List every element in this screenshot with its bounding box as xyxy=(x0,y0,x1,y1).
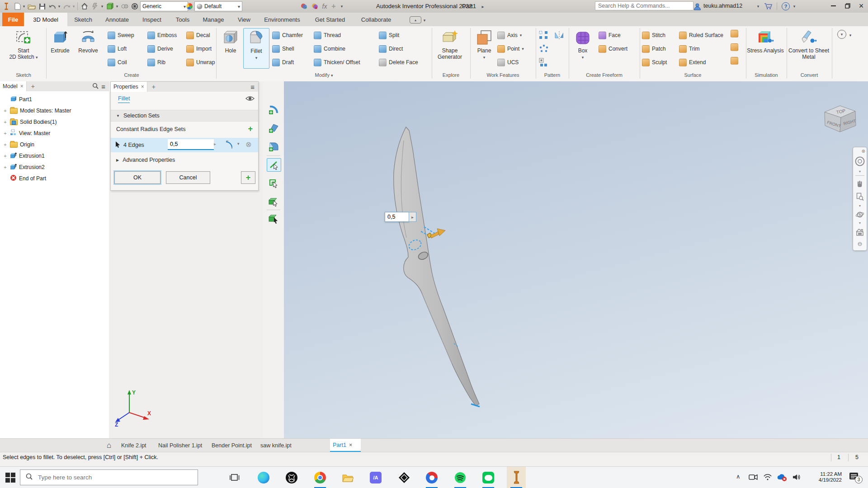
spotify-icon[interactable] xyxy=(454,472,466,483)
panel-label-convert[interactable]: Convert xyxy=(787,72,832,78)
convert-sheet-metal-button[interactable]: Convert to Sheet Metal xyxy=(788,29,830,60)
clear-appearance-icon[interactable]: x xyxy=(310,2,319,11)
properties-tab[interactable]: Properties xyxy=(111,82,147,92)
file-explorer-icon[interactable] xyxy=(342,472,354,483)
add-face-fillet-button[interactable] xyxy=(267,122,280,134)
ribbon-button-draft[interactable]: Draft xyxy=(272,57,294,68)
help-icon[interactable]: ? xyxy=(781,2,790,11)
freeform-box-button[interactable]: Box xyxy=(571,29,595,61)
ribbon-button-derive[interactable]: Derive xyxy=(147,43,173,54)
panel-label-surface[interactable]: Surface xyxy=(640,72,746,78)
tab-get-started[interactable]: Get Started xyxy=(308,13,352,26)
tab-collaborate[interactable]: Collaborate xyxy=(354,13,398,26)
ribbon-display-dropdown[interactable] xyxy=(422,16,427,25)
search-expand-arrow[interactable] xyxy=(480,2,486,11)
ribbon-button-patch[interactable]: Patch xyxy=(642,43,666,54)
sketch-driven-pattern-icon[interactable] xyxy=(539,58,549,69)
pan-tool-icon[interactable] xyxy=(853,178,867,190)
undo-dropdown[interactable] xyxy=(57,2,61,11)
look-at-tool-icon[interactable] xyxy=(853,226,867,239)
ribbon-button-trim[interactable]: Trim xyxy=(679,43,700,54)
sketch-update-button[interactable] xyxy=(90,2,99,11)
ribbon-button-stitch[interactable]: Stitch xyxy=(642,30,665,41)
panel-label-simulation[interactable]: Simulation xyxy=(746,72,787,78)
ribbon-button-thread[interactable]: Thread xyxy=(314,30,341,41)
new-file-dropdown[interactable] xyxy=(22,2,26,11)
dark-diamond-app-icon[interactable] xyxy=(398,472,410,483)
zoom-dropdown[interactable] xyxy=(853,203,867,208)
wifi-icon[interactable] xyxy=(763,474,772,483)
add-fillet-feature-button[interactable] xyxy=(241,171,255,184)
ribbon-button-rib[interactable]: Rib xyxy=(147,57,165,68)
tab-file[interactable]: File xyxy=(2,13,24,26)
redo-button[interactable] xyxy=(62,2,71,11)
home-tab-icon[interactable] xyxy=(107,441,111,450)
radius-input[interactable] xyxy=(168,139,214,150)
tab-environments[interactable]: Environments xyxy=(259,13,306,26)
tab-manage[interactable]: Manage xyxy=(197,13,230,26)
properties-menu-icon[interactable] xyxy=(250,83,255,91)
autodesk-app-icon[interactable]: /A xyxy=(370,472,382,483)
mirror-icon[interactable] xyxy=(554,31,564,42)
new-file-button[interactable] xyxy=(14,2,22,11)
advanced-properties-header[interactable]: Advanced Properties xyxy=(111,157,258,163)
minimize-button[interactable] xyxy=(826,0,840,12)
ribbon-collapse-button[interactable] xyxy=(837,30,846,39)
start-2d-sketch-button[interactable]: Start 2D Sketch xyxy=(4,29,43,61)
ribbon-button-point[interactable]: Point xyxy=(497,43,524,54)
view-cube[interactable]: TOP FRONT RIGHT xyxy=(821,102,859,137)
tree-item-extrusion2[interactable]: Extrusion2 xyxy=(0,162,108,173)
undo-button[interactable] xyxy=(48,2,57,11)
panel-label-sketch[interactable]: Sketch xyxy=(4,72,43,78)
ribbon-button-thicken-offset[interactable]: Thicken/ Offset xyxy=(314,57,360,68)
username[interactable]: teuku.ahmad12 xyxy=(703,3,742,9)
hole-button[interactable]: Hole xyxy=(219,29,242,54)
add-properties-tab-button[interactable] xyxy=(152,83,156,90)
panel-label-modify[interactable]: Modify xyxy=(216,72,432,78)
model-tab-close-icon[interactable] xyxy=(20,83,24,89)
parameters-fx-icon[interactable]: fx xyxy=(320,2,329,11)
tab-3d-model[interactable]: 3D Model xyxy=(24,13,67,26)
ribbon-button-combine[interactable]: Combine xyxy=(314,43,345,54)
orbit-tool-icon[interactable] xyxy=(853,209,867,221)
ribbon-button-delete-face[interactable]: Delete Face xyxy=(379,57,418,68)
tree-item-view-master[interactable]: View: Master xyxy=(0,128,108,139)
freeform-box-dropdown[interactable] xyxy=(582,54,584,61)
qat-customize-dropdown[interactable] xyxy=(339,2,344,11)
ribbon-button-decal[interactable]: Decal xyxy=(186,30,210,41)
restore-button[interactable] xyxy=(841,0,854,12)
ribbon-display-options[interactable] xyxy=(410,16,421,23)
volume-icon[interactable] xyxy=(792,473,801,483)
fillet-button[interactable]: Fillet xyxy=(243,28,269,69)
ribbon-button-shell[interactable]: Shell xyxy=(272,43,294,54)
redo-dropdown[interactable] xyxy=(71,2,76,11)
tab-tools[interactable]: Tools xyxy=(170,13,195,26)
select-feature-mode-button[interactable] xyxy=(267,195,280,208)
revolve-button[interactable]: Revolve xyxy=(74,29,102,54)
material-preset-select[interactable]: Generic xyxy=(140,1,188,11)
color-wheel-icon[interactable] xyxy=(185,2,193,11)
fillet-dropdown[interactable] xyxy=(255,55,258,61)
panel-label-create-freeform[interactable]: Create Freeform xyxy=(569,72,640,78)
adjust-appearance-icon[interactable]: + xyxy=(299,2,308,11)
doc-tab-bender-point[interactable]: Bender Point.ipt xyxy=(209,439,255,452)
ribbon-button-unwrap[interactable]: Unwrap xyxy=(186,57,215,68)
doc-tab-saw-knife[interactable]: saw knife.ipt xyxy=(258,439,294,452)
selection-sets-header[interactable]: Selection Sets xyxy=(111,110,258,122)
help-search-input[interactable] xyxy=(595,1,693,10)
surface-extra-icon-1[interactable] xyxy=(731,30,738,38)
panel-label-work-features[interactable]: Work Features xyxy=(470,72,536,78)
open-button[interactable] xyxy=(27,2,36,11)
orbit-dropdown[interactable] xyxy=(853,221,867,225)
tree-item-extrusion1[interactable]: Extrusion1 xyxy=(0,150,108,161)
chrome-icon[interactable] xyxy=(314,472,326,483)
navbar-close-icon[interactable] xyxy=(853,148,867,154)
save-button[interactable] xyxy=(38,2,46,11)
onedrive-error-icon[interactable] xyxy=(777,474,788,483)
expand-icon[interactable] xyxy=(3,119,8,125)
tray-expand-icon[interactable] xyxy=(736,473,741,480)
ribbon-collapse-dropdown[interactable] xyxy=(848,31,853,40)
feature-name-link[interactable]: Fillet xyxy=(118,95,130,103)
tree-item-model-states[interactable]: Model States: Master xyxy=(0,105,108,116)
select-edge-mode-button[interactable] xyxy=(267,158,281,172)
